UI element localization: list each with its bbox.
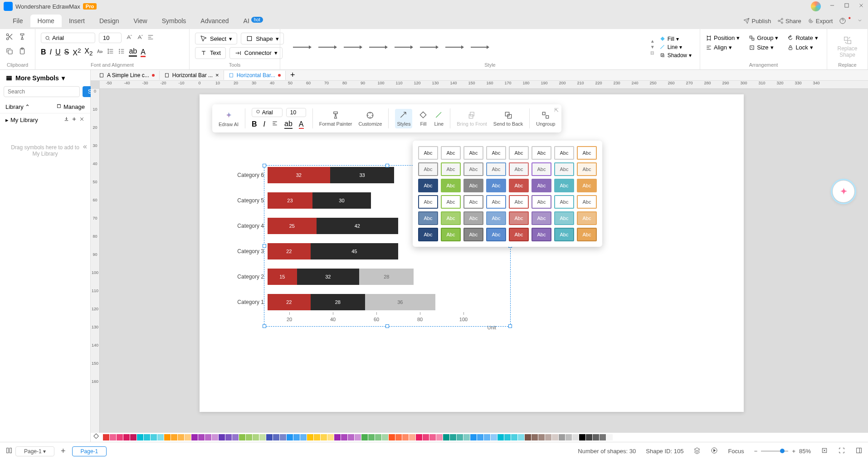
menu-home[interactable]: Home xyxy=(30,15,62,27)
color-swatch[interactable] xyxy=(416,434,422,440)
color-swatch[interactable] xyxy=(600,434,606,440)
float-line-button[interactable]: Line xyxy=(434,111,444,127)
color-swatch[interactable] xyxy=(232,434,239,440)
color-swatch[interactable] xyxy=(423,434,429,440)
color-swatch[interactable] xyxy=(191,434,198,440)
page-tab-1[interactable]: Page-1 xyxy=(72,446,107,456)
shape-button[interactable]: Shape ▾ xyxy=(241,33,284,44)
color-swatch[interactable] xyxy=(484,434,490,440)
collapse-panel-icon[interactable]: « xyxy=(83,142,87,151)
close-lib-icon[interactable] xyxy=(79,116,85,123)
lock-dropdown[interactable]: Lock ▾ xyxy=(787,44,818,51)
color-swatch[interactable] xyxy=(246,434,252,440)
menu-file[interactable]: File xyxy=(5,15,30,27)
style-swatch[interactable]: Abc xyxy=(463,162,483,176)
connector-button[interactable]: Connector ▾ xyxy=(229,47,283,59)
bold-icon[interactable]: B xyxy=(41,48,46,56)
color-swatch[interactable] xyxy=(450,434,456,440)
style-swatch[interactable]: Abc xyxy=(577,162,597,176)
bring-to-front-button[interactable]: Bring to Front xyxy=(457,111,487,127)
style-swatch[interactable]: Abc xyxy=(418,228,438,241)
color-swatch[interactable] xyxy=(538,434,545,440)
add-page-icon[interactable]: + xyxy=(61,446,66,456)
float-fontcolor-icon[interactable]: A xyxy=(299,120,304,128)
menu-advanced[interactable]: Advanced xyxy=(193,15,236,27)
color-swatch[interactable] xyxy=(436,434,443,440)
color-swatch[interactable] xyxy=(355,434,361,440)
style-swatch[interactable]: Abc xyxy=(554,195,574,209)
style-swatch[interactable]: Abc xyxy=(418,162,438,176)
color-swatch[interactable] xyxy=(341,434,347,440)
superscript-icon[interactable]: X2 xyxy=(73,47,81,57)
import-lib-icon[interactable] xyxy=(63,116,69,123)
pin-icon[interactable]: ⇱ xyxy=(554,107,559,113)
expand-mylib-icon[interactable]: ▸ xyxy=(5,117,9,123)
arrow-style-gallery[interactable] xyxy=(286,47,649,48)
ai-assistant-button[interactable]: ✦ xyxy=(833,181,854,202)
style-swatch[interactable]: Abc xyxy=(577,179,597,192)
color-swatch[interactable] xyxy=(552,434,558,440)
color-swatch[interactable] xyxy=(613,434,619,440)
style-swatch[interactable]: Abc xyxy=(509,195,529,209)
color-swatch[interactable] xyxy=(504,434,511,440)
user-avatar[interactable] xyxy=(811,1,821,11)
font-size-select[interactable]: 10 xyxy=(99,33,122,43)
style-swatch[interactable]: Abc xyxy=(509,162,529,176)
bar-segment[interactable]: 32 xyxy=(268,167,330,183)
manage-button[interactable]: Manage xyxy=(56,103,85,110)
fill-dropdown[interactable]: Fill ▾ xyxy=(657,35,694,43)
bar-segment[interactable]: 42 xyxy=(317,218,399,234)
color-swatch[interactable] xyxy=(545,434,551,440)
color-swatch[interactable] xyxy=(273,434,279,440)
subscript-icon[interactable]: X2 xyxy=(84,47,93,57)
bullets-icon[interactable] xyxy=(118,48,125,57)
color-swatch[interactable] xyxy=(239,434,245,440)
color-swatch[interactable] xyxy=(110,434,116,440)
bar-segment[interactable]: 36 xyxy=(365,294,435,310)
close-tab-icon[interactable]: × xyxy=(215,72,219,78)
bar-segment[interactable]: 32 xyxy=(297,269,360,285)
style-swatch[interactable]: Abc xyxy=(486,179,506,192)
fit-page-icon[interactable] xyxy=(821,447,828,455)
customize-button[interactable]: Customize xyxy=(358,111,382,127)
style-swatch[interactable]: Abc xyxy=(486,146,506,160)
shadow-dropdown[interactable]: Shadow ▾ xyxy=(657,52,694,59)
doc-tab-2[interactable]: Horizontal Bar... xyxy=(224,71,286,80)
color-swatch[interactable] xyxy=(463,434,470,440)
color-swatch[interactable] xyxy=(219,434,225,440)
bar-segment[interactable]: 22 xyxy=(268,243,311,259)
color-swatch[interactable] xyxy=(593,434,599,440)
more-symbols-header[interactable]: More Symbols ▾ xyxy=(0,70,90,86)
bar-segment[interactable]: 28 xyxy=(359,269,414,285)
zoom-out-icon[interactable]: − xyxy=(754,448,758,455)
float-italic-icon[interactable]: I xyxy=(263,120,265,128)
canvas[interactable]: -50-40-30-20-100102030405060708090100110… xyxy=(91,81,868,433)
style-swatch[interactable]: Abc xyxy=(418,195,438,209)
select-button[interactable]: Select ▾ xyxy=(195,33,237,44)
color-swatch[interactable] xyxy=(518,434,524,440)
style-swatch[interactable]: Abc xyxy=(554,162,574,176)
gallery-more-icon[interactable]: ⊟ xyxy=(650,50,655,55)
bar-segment[interactable]: 30 xyxy=(312,192,371,209)
style-swatch[interactable]: Abc xyxy=(486,195,506,209)
color-swatch[interactable] xyxy=(375,434,381,440)
color-swatch[interactable] xyxy=(443,434,449,440)
style-swatch[interactable]: Abc xyxy=(441,211,461,225)
style-swatch[interactable]: Abc xyxy=(486,228,506,241)
gallery-down-icon[interactable]: ▼ xyxy=(650,44,655,49)
color-swatch[interactable] xyxy=(164,434,171,440)
float-bold-icon[interactable]: B xyxy=(252,120,257,128)
color-swatch[interactable] xyxy=(395,434,402,440)
color-swatch[interactable] xyxy=(157,434,164,440)
color-swatch[interactable] xyxy=(185,434,191,440)
color-swatch[interactable] xyxy=(586,434,592,440)
position-dropdown[interactable]: Position ▾ xyxy=(706,34,740,41)
format-painter-button[interactable]: Format Painter xyxy=(319,111,352,127)
menu-design[interactable]: Design xyxy=(92,15,127,27)
style-swatch[interactable]: Abc xyxy=(509,146,529,160)
font-color-icon[interactable]: A xyxy=(141,48,146,56)
align-text-icon[interactable] xyxy=(147,34,154,43)
color-swatch[interactable] xyxy=(579,434,585,440)
color-swatch[interactable] xyxy=(402,434,409,440)
style-swatch[interactable]: Abc xyxy=(418,179,438,192)
